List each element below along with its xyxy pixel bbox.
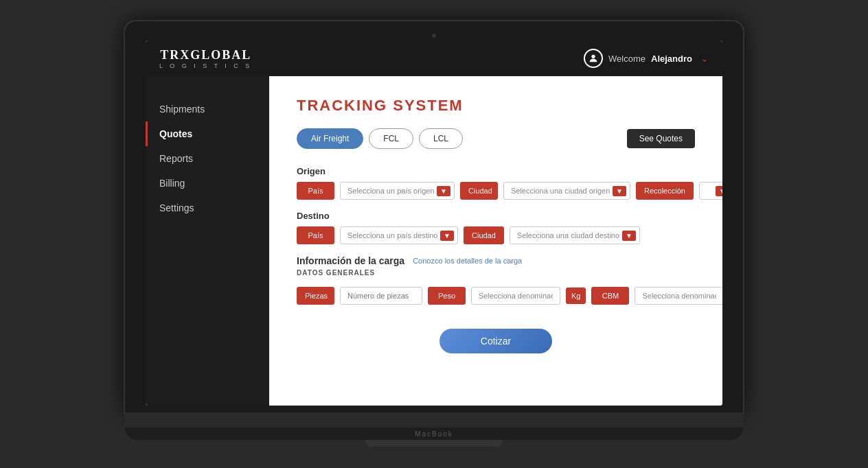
page-title: TRACKING SYSTEM [297, 97, 695, 115]
laptop-base: MacBook [125, 428, 743, 440]
peso-denominacion-select[interactable]: Selecciona denominación [471, 287, 560, 305]
destino-section: Destino País Selecciona un país destino … [297, 211, 695, 244]
see-quotes-button[interactable]: See Quotes [627, 129, 695, 148]
main-content: Shipments Quotes Reports Billing Setting… [146, 76, 722, 406]
cargo-link[interactable]: Conozco los detalles de la carga [413, 257, 522, 265]
piezas-input[interactable] [340, 287, 422, 305]
user-avatar-icon [584, 49, 603, 68]
tabs-row: Air Freight FCL LCL See Quotes [297, 128, 695, 149]
logo: TRXGLOBAL L O G I S T I C S [159, 48, 252, 69]
laptop-stand [365, 440, 503, 447]
origen-pais-select[interactable]: Selecciona un país origen [340, 182, 455, 200]
cotizar-button[interactable]: Cotizar [439, 329, 552, 353]
origen-pais-btn[interactable]: País [297, 182, 334, 200]
sidebar-item-shipments[interactable]: Shipments [146, 97, 269, 121]
tab-fcl[interactable]: FCL [369, 128, 413, 149]
destino-label: Destino [297, 211, 695, 221]
origen-ciudad-select-wrapper: Selecciona una ciudad origen ▼ [503, 182, 630, 200]
destino-pais-btn[interactable]: País [297, 226, 334, 244]
user-name: Alejandro [651, 54, 692, 64]
sidebar-item-reports[interactable]: Reports [146, 146, 269, 171]
cbm-btn[interactable]: CBM [591, 287, 629, 305]
brand-name: TRXGLOBAL [160, 48, 251, 62]
user-area: Welcome Alejandro ⌄ [584, 49, 709, 68]
recoleccion-btn[interactable]: Recolección [636, 182, 694, 200]
tab-lcl[interactable]: LCL [419, 128, 463, 149]
destino-ciudad-select[interactable]: Selecciona una ciudad destino [510, 226, 640, 244]
cargo-section: Información de la carga Conozco los deta… [297, 255, 695, 308]
peso-btn[interactable]: Peso [428, 287, 466, 305]
cbm-denominacion-select[interactable]: Selecciona denominación [635, 287, 722, 305]
origen-label: Origen [297, 166, 695, 176]
laptop-bottom [125, 412, 743, 428]
origen-ciudad-select[interactable]: Selecciona una ciudad origen [503, 182, 630, 200]
top-bar: TRXGLOBAL L O G I S T I C S Welcome Alej… [146, 40, 722, 76]
destino-ciudad-btn[interactable]: Ciudad [464, 226, 504, 244]
sidebar: Shipments Quotes Reports Billing Setting… [146, 76, 269, 406]
welcome-label: Welcome [608, 54, 646, 64]
origen-form-row: País Selecciona un país origen ▼ Ciudad [297, 182, 695, 200]
recoleccion-select-wrapper: ▼ [699, 182, 722, 200]
cargo-title: Información de la carga [297, 255, 404, 266]
sidebar-item-quotes[interactable]: Quotes [146, 121, 269, 146]
cotizar-row: Cotizar [297, 329, 695, 353]
datos-label: DATOS GENERALES [297, 269, 695, 277]
svg-point-0 [591, 55, 595, 58]
content-panel: TRACKING SYSTEM Air Freight FCL LCL See … [269, 76, 722, 406]
destino-ciudad-select-wrapper: Selecciona una ciudad destino ▼ [510, 226, 640, 244]
tab-air-freight[interactable]: Air Freight [297, 128, 363, 149]
recoleccion-select[interactable] [699, 182, 722, 200]
destino-pais-select[interactable]: Selecciona un país destino [340, 226, 458, 244]
brand-subtitle: L O G I S T I C S [159, 62, 252, 69]
cargo-header: Información de la carga Conozco los deta… [297, 255, 695, 266]
piezas-btn[interactable]: Piezas [297, 287, 334, 305]
sidebar-item-billing[interactable]: Billing [146, 171, 269, 196]
user-dropdown-arrow[interactable]: ⌄ [700, 53, 709, 64]
destino-pais-select-wrapper: Selecciona un país destino ▼ [340, 226, 458, 244]
cargo-form-row: Piezas Peso Selecciona denominación Kg C… [297, 283, 695, 308]
origen-ciudad-btn[interactable]: Ciudad [460, 182, 498, 200]
macbook-label: MacBook [415, 430, 453, 438]
origen-section: Origen País Selecciona un país origen ▼ … [297, 166, 695, 200]
origen-pais-select-wrapper: Selecciona un país origen ▼ [340, 182, 455, 200]
sidebar-item-settings[interactable]: Settings [146, 196, 269, 220]
peso-unit-btn[interactable]: Kg [566, 288, 586, 304]
destino-form-row: País Selecciona un país destino ▼ Ciudad [297, 226, 695, 244]
